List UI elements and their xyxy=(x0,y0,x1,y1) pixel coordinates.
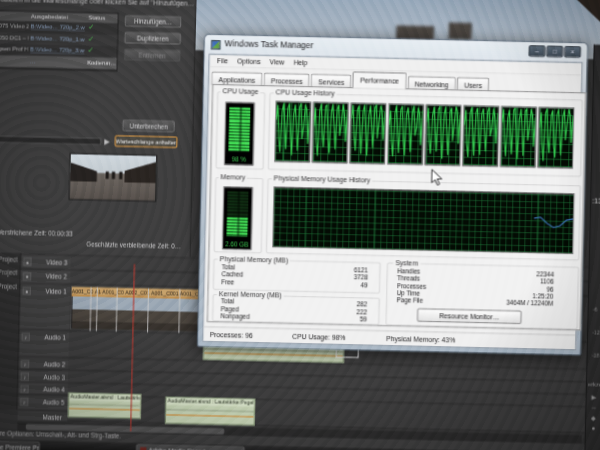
close-button[interactable]: × xyxy=(564,46,581,58)
track-name: Audio 5 xyxy=(43,399,64,406)
track-header-video2[interactable]: ● Video 2 xyxy=(21,270,71,285)
preview-figure xyxy=(106,171,109,178)
selection-tool-icon[interactable]: ▶ xyxy=(589,391,600,402)
db-scale-label: -18 xyxy=(592,352,600,358)
duplicate-button[interactable]: Duplizieren xyxy=(124,32,181,45)
taskbar-label: Adobe Premiere Pro xyxy=(0,444,40,450)
stop-queue-button[interactable]: Warteschlange anhalten xyxy=(115,135,178,148)
status-cpu: CPU Usage: 98% xyxy=(292,332,345,341)
hand-tool-icon[interactable]: ● xyxy=(588,423,599,434)
status-check-icon: ✓ xyxy=(88,24,94,32)
taskbar-media-encoder[interactable]: Adobe Media Encod… xyxy=(136,444,245,450)
cpu-usage-meter: 98 % xyxy=(224,102,255,165)
encode-time-info: Verstrichene Zeit: 00:00:33 Geschätzte v… xyxy=(0,229,191,255)
timecode-display: :13:08 xyxy=(592,197,600,205)
status-processes: Processes: 96 xyxy=(210,331,253,339)
eye-icon[interactable]: ● xyxy=(23,272,32,281)
cpu-core-graph-7 xyxy=(500,106,537,167)
add-button[interactable]: Hinzufügen… xyxy=(125,15,182,28)
preview-building-left xyxy=(70,162,98,181)
queue-source: …075 Video 2… xyxy=(0,23,29,30)
encoding-status: Kodierun… xyxy=(87,59,116,66)
tab-performance[interactable]: Performance xyxy=(353,72,407,90)
track-header-audio4[interactable]: ♪ Audio 4 xyxy=(18,383,68,396)
tools-panel: ▶ ▦ ↔ / ◆ + ● ○ xyxy=(588,391,600,433)
media-encoder-panel: …dateien in die Warteschlange oder klick… xyxy=(0,0,197,257)
slip-tool-icon[interactable]: ◆ xyxy=(588,412,599,423)
queue-output-link[interactable]: B:\Video… 720p_3.wmv xyxy=(30,46,84,54)
audio-clip-master2[interactable]: AudioMaster.aisnd : Lautstärke:Pegel ▾ xyxy=(165,397,255,426)
eye-icon[interactable]: ● xyxy=(23,257,32,266)
encode-queue-table[interactable]: Ausgabedatei Status …075 Video 2… B:\Vid… xyxy=(0,10,119,71)
db-scale-label: -12 xyxy=(592,329,600,335)
queue-output-link[interactable]: … xyxy=(30,58,84,66)
queue-source: …gsen Prof HD… xyxy=(0,46,28,53)
audio-waveform xyxy=(166,414,254,417)
queue-row-encoding[interactable]: … … Kodierun… xyxy=(0,55,117,69)
track-name: Video 1 xyxy=(45,288,66,295)
speaker-icon[interactable]: ♪ xyxy=(21,360,30,369)
tools-panel-title: erkzeuge xyxy=(588,381,600,388)
project-item[interactable]: ED Project xyxy=(0,266,20,280)
column-status: Status xyxy=(88,14,105,21)
eye-icon[interactable]: ● xyxy=(22,287,31,296)
track-header-audio5[interactable]: ♪ Audio 5 xyxy=(18,395,68,411)
window-title: Windows Task Manager xyxy=(225,39,314,50)
track-name: Audio 3 xyxy=(44,374,65,381)
cpu-core-graph-2 xyxy=(312,102,349,163)
track-name: Audio 4 xyxy=(43,386,64,393)
task-manager-icon xyxy=(211,40,221,50)
kernel-memory-title: Kernel Memory (MB) xyxy=(217,290,284,299)
minimize-button[interactable]: – xyxy=(529,45,546,57)
audio-waveform-mid xyxy=(166,409,254,412)
menu-options[interactable]: Options xyxy=(237,57,261,65)
task-manager-body: File Options View Help ApplicationsProce… xyxy=(202,54,583,351)
queue-output-link[interactable]: B:\Video… 720p_2.wmv xyxy=(31,23,85,31)
track-header-audio2[interactable]: ♪ Audio 2 xyxy=(19,358,69,371)
menu-help[interactable]: Help xyxy=(293,59,307,67)
remove-button[interactable]: Entfernen xyxy=(124,49,181,62)
project-item[interactable]: ED Project xyxy=(0,280,20,294)
ripple-edit-tool-icon[interactable]: ↔ xyxy=(588,402,599,413)
task-manager-window: Windows Task Manager – □ × File Options … xyxy=(197,34,589,356)
track-header-audio3[interactable]: ♪ Audio 3 xyxy=(18,370,68,383)
track-name: Video 2 xyxy=(46,274,67,281)
menu-file[interactable]: File xyxy=(217,57,228,65)
speaker-icon[interactable]: ♪ xyxy=(20,385,29,394)
cpu-core-graph-3 xyxy=(349,103,386,164)
track-header-video3[interactable]: ● Video 3 xyxy=(21,255,71,270)
taskbar-premiere[interactable]: Adobe Premiere Pro xyxy=(0,440,40,450)
elapsed-time: Verstrichene Zeit: 00:00:33 xyxy=(0,230,73,238)
track-name: Audio 2 xyxy=(44,361,65,368)
maximize-button[interactable]: □ xyxy=(546,46,563,58)
audio-waveform xyxy=(69,408,140,411)
cpu-core-graph-8 xyxy=(538,107,575,168)
speaker-icon[interactable]: ♪ xyxy=(21,372,30,381)
speaker-icon[interactable]: ♪ xyxy=(21,333,30,342)
memory-meter: 2.60 GB xyxy=(222,187,253,250)
cpu-core-graph-6 xyxy=(462,105,499,166)
column-output: Ausgabedatei xyxy=(31,13,68,20)
resource-monitor-button[interactable]: Resource Monitor… xyxy=(417,308,522,324)
preview-figure xyxy=(112,172,115,179)
status-memory: Physical Memory: 43% xyxy=(386,335,455,344)
track-name: Video 3 xyxy=(46,259,67,266)
track-header-audio1[interactable]: ♪ Audio 1 xyxy=(19,330,70,357)
queue-source: … xyxy=(0,57,28,64)
pause-button[interactable]: Unterbrechen xyxy=(122,120,174,133)
speaker-icon[interactable]: ♪ xyxy=(20,397,29,406)
track-header-video1[interactable]: ● Video 1 xyxy=(20,285,71,331)
menu-view[interactable]: View xyxy=(270,58,285,66)
monitor-photo: …dateien in die Warteschlange oder klick… xyxy=(0,0,600,450)
cpu-usage-label: CPU Usage xyxy=(220,87,260,95)
preview-figure xyxy=(119,172,122,179)
project-item[interactable]: ED Project xyxy=(0,252,20,266)
progress-arrow-icon: ▶ xyxy=(104,138,110,146)
encode-progress-bar xyxy=(0,135,101,145)
audio-waveform-mid xyxy=(69,404,140,407)
memory-history-graph xyxy=(272,187,574,254)
system-title: System xyxy=(393,258,420,266)
status-check-icon: ✓ xyxy=(88,35,94,43)
queue-output-link[interactable]: B:\Video… 720p_1.wmv xyxy=(30,35,84,43)
track-header-master[interactable]: Master xyxy=(18,411,68,423)
